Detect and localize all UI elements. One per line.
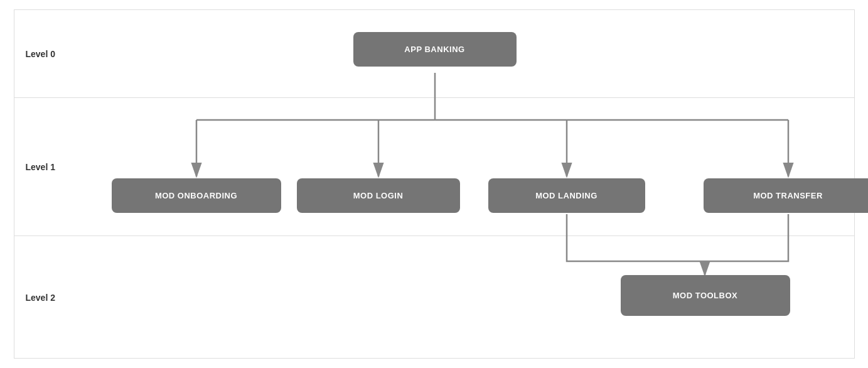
level-row-1: Level 1 xyxy=(14,98,854,236)
node-mod-onboarding: MOD ONBOARDING xyxy=(112,178,281,213)
node-mod-transfer: MOD TRANSFER xyxy=(704,178,869,213)
node-mod-landing: MOD LANDING xyxy=(488,178,645,213)
level-1-label: Level 1 xyxy=(26,162,55,172)
level-0-label: Level 0 xyxy=(26,49,55,59)
node-mod-toolbox: MOD TOOLBOX xyxy=(621,275,790,316)
node-app-banking: APP BANKING xyxy=(353,32,517,67)
level-2-label: Level 2 xyxy=(26,293,55,303)
node-mod-login: MOD LOGIN xyxy=(297,178,460,213)
diagram-container: Level 0 Level 1 Level 2 xyxy=(14,9,855,359)
